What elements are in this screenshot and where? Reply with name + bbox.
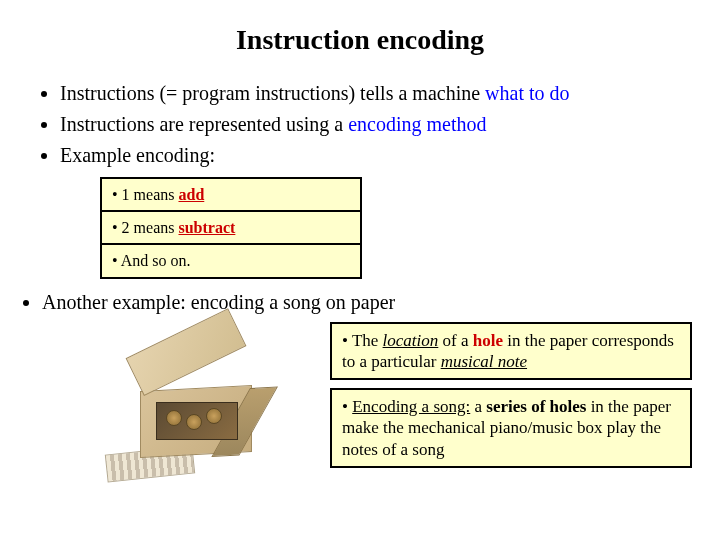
note-box-2: • Encoding a song: a series of holes in … (330, 388, 692, 468)
note1-musical-note: musical note (441, 352, 527, 371)
note2-encoding: Encoding a song: (352, 397, 470, 416)
gear-icon (186, 414, 202, 430)
note2-p1: • (342, 397, 352, 416)
note1-location: location (383, 331, 439, 350)
encoding-row-1-text: • 1 means (112, 186, 178, 203)
encoding-row-3: • And so on. (102, 245, 360, 276)
lower-area: • The location of a hole in the paper co… (0, 322, 720, 478)
bullet-2: Instructions are represented using a enc… (60, 111, 696, 138)
encoding-row-2-text: • 2 means (112, 219, 178, 236)
note1-p1: • The (342, 331, 383, 350)
encoding-row-2-highlight: subtract (178, 219, 235, 236)
note2-series: series of holes (486, 397, 586, 416)
music-box-drawing (140, 358, 280, 458)
slide-root: Instruction encoding Instructions (= pro… (0, 0, 720, 540)
note1-hole: hole (473, 331, 503, 350)
note1-p2: of a (438, 331, 472, 350)
encoding-row-1: • 1 means add (102, 179, 360, 212)
encoding-row-2: • 2 means subtract (102, 212, 360, 245)
encoding-row-1-highlight: add (178, 186, 204, 203)
bullet-2-highlight: encoding method (348, 113, 486, 135)
bullet-1-highlight: what to do (485, 82, 569, 104)
gear-icon (206, 408, 222, 424)
notes-column: • The location of a hole in the paper co… (330, 322, 692, 468)
encoding-example-box: • 1 means add • 2 means subtract • And s… (100, 177, 362, 279)
second-example-bullet: Another example: encoding a song on pape… (42, 289, 696, 316)
gear-icon (166, 410, 182, 426)
note2-p2: a (470, 397, 486, 416)
box-lid-icon (126, 308, 247, 396)
bullet-3: Example encoding: (60, 142, 696, 169)
main-bullet-list: Instructions (= program instructions) te… (0, 80, 720, 169)
second-example-list: Another example: encoding a song on pape… (0, 289, 720, 316)
music-box-image (100, 328, 310, 478)
bullet-1: Instructions (= program instructions) te… (60, 80, 696, 107)
bullet-2-text: Instructions are represented using a (60, 113, 348, 135)
slide-title: Instruction encoding (0, 0, 720, 64)
note-box-1: • The location of a hole in the paper co… (330, 322, 692, 381)
bullet-1-text: Instructions (= program instructions) te… (60, 82, 485, 104)
